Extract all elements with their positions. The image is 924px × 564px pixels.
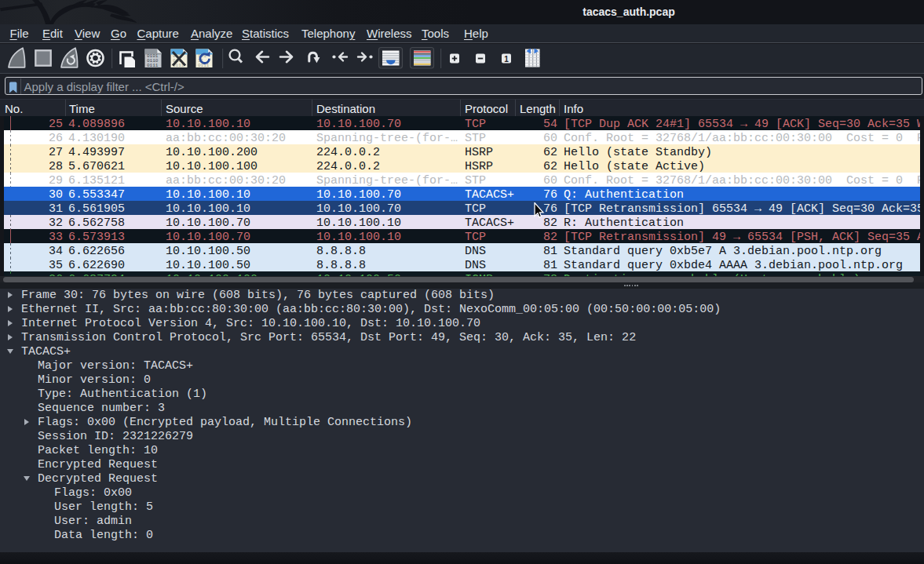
svg-text:0111: 0111 — [147, 63, 159, 68]
svg-text:1: 1 — [504, 55, 509, 64]
